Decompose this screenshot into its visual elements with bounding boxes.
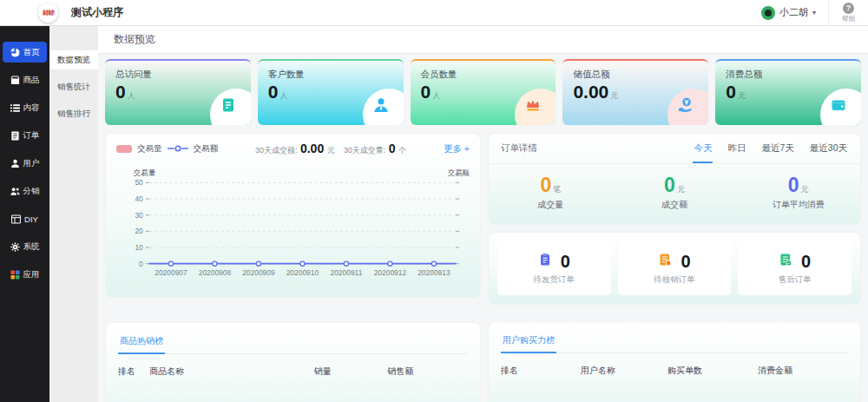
list-icon bbox=[10, 103, 20, 113]
table-header-row: 排名 商品名称 销量 销售额 bbox=[118, 366, 468, 378]
layout-icon bbox=[11, 214, 21, 224]
svg-text:0: 0 bbox=[139, 260, 143, 268]
svg-text:40: 40 bbox=[135, 194, 143, 203]
user-icon bbox=[10, 159, 20, 168]
sidebar-item-content[interactable]: 内容 bbox=[3, 97, 47, 118]
product-rank-panel: 商品热销榜 排名 商品名称 销量 销售额 bbox=[105, 322, 481, 402]
trade-summary: 30天成交额: 0.00 元 30天成交量: 0 个 bbox=[255, 142, 406, 156]
legend-amount-line-icon bbox=[168, 144, 188, 154]
tab-user-rank[interactable]: 用户购买力榜 bbox=[501, 333, 556, 353]
legend-volume-swatch bbox=[116, 145, 132, 153]
page-title: 数据预览 bbox=[114, 32, 155, 47]
stat-cards-row: 总访问量 0人 客户数量 0人 会员数量 0人 储值总额 0.00元 bbox=[105, 59, 861, 125]
svg-text:20200913: 20200913 bbox=[418, 268, 450, 277]
pie-chart-icon bbox=[10, 48, 20, 57]
order-detail-panel: 订单详情 今天 昨日 最近7天 最近30天 0笔 成交量 bbox=[488, 133, 861, 225]
svg-text:20200909: 20200909 bbox=[242, 268, 275, 277]
secondary-sidebar: 数据预览 销售统计 销售排行 bbox=[49, 26, 98, 402]
stat-card-members: 会员数量 0人 bbox=[411, 59, 556, 125]
svg-text:30: 30 bbox=[135, 211, 143, 220]
svg-text:20200907: 20200907 bbox=[155, 268, 187, 277]
subnav-sales-rank[interactable]: 销售排行 bbox=[49, 104, 98, 123]
svg-text:交易量: 交易量 bbox=[134, 168, 156, 177]
svg-text:20200908: 20200908 bbox=[199, 268, 232, 277]
order-status-panel: 0 待发货订单 0 待核销订单 bbox=[488, 232, 861, 305]
svg-text:10: 10 bbox=[135, 243, 143, 252]
stat-card-consumption: 消费总额 0元 bbox=[715, 59, 861, 125]
pending-shipment-card[interactable]: 0 待发货订单 bbox=[497, 241, 611, 295]
tab-last30days[interactable]: 最近30天 bbox=[809, 134, 848, 163]
sidebar-item-home[interactable]: 首页 bbox=[3, 42, 47, 63]
order-detail-title: 订单详情 bbox=[501, 134, 537, 163]
page-header: 数据预览 bbox=[98, 26, 868, 54]
avatar bbox=[761, 6, 775, 20]
stat-card-customers: 客户数量 0人 bbox=[258, 59, 404, 125]
sidebar-item-system[interactable]: 系统 bbox=[3, 236, 47, 257]
app-logo-text: 材材! bbox=[43, 9, 54, 17]
svg-text:交易额: 交易额 bbox=[448, 168, 470, 177]
stat-deal-amount: 0元 成交额 bbox=[613, 175, 737, 211]
subnav-sales-stats[interactable]: 销售统计 bbox=[49, 77, 98, 96]
sidebar-item-users[interactable]: 用户 bbox=[3, 153, 47, 174]
trade-chart-panel: 交易量 交易额 30天成交额: 0.00 元 30天成交量: 0 个 更多 + bbox=[105, 133, 481, 298]
after-sale-card[interactable]: 0 售后订单 bbox=[738, 241, 852, 295]
svg-text:20200912: 20200912 bbox=[374, 268, 407, 277]
help-button[interactable]: ? 帮助 bbox=[828, 0, 868, 25]
tab-today[interactable]: 今天 bbox=[693, 134, 713, 163]
sidebar-item-orders[interactable]: 订单 bbox=[3, 125, 47, 146]
svg-text:50: 50 bbox=[135, 178, 143, 187]
table-header-row: 排名 用户名称 购买单数 消费金额 bbox=[501, 365, 848, 377]
sidebar-item-diy[interactable]: DIY bbox=[3, 208, 47, 229]
document-alert-icon bbox=[658, 253, 672, 270]
chevron-down-icon: ▾ bbox=[812, 9, 816, 16]
sidebar-item-goods[interactable]: 商品 bbox=[3, 69, 47, 90]
box-icon bbox=[10, 76, 20, 85]
people-icon bbox=[10, 187, 20, 196]
chart-legend: 交易量 交易额 bbox=[116, 143, 218, 155]
trade-chart: 0102030405020200907202009082020090920200… bbox=[116, 168, 471, 285]
stat-deal-count: 0笔 成交量 bbox=[489, 175, 613, 211]
svg-text:20200910: 20200910 bbox=[286, 268, 319, 277]
document-icon bbox=[10, 131, 20, 141]
subnav-data-preview[interactable]: 数据预览 bbox=[49, 50, 98, 69]
sidebar-item-apps[interactable]: 应用 bbox=[3, 264, 47, 285]
user-rank-panel: 用户购买力榜 排名 用户名称 购买单数 消费金额 bbox=[488, 321, 861, 402]
apps-grid-icon bbox=[10, 270, 20, 280]
primary-sidebar: 首页 商品 内容 订单 用户 分销 DIY 系统 bbox=[0, 26, 49, 402]
question-icon: ? bbox=[843, 3, 854, 14]
topbar: 材材! 测试小程序 小二胡 ▾ ? 帮助 bbox=[0, 0, 868, 26]
sidebar-item-distribution[interactable]: 分销 bbox=[3, 181, 47, 201]
tab-product-rank[interactable]: 商品热销榜 bbox=[118, 333, 165, 354]
document-check-icon bbox=[779, 253, 792, 270]
tab-last7days[interactable]: 最近7天 bbox=[760, 134, 794, 163]
clipboard-icon bbox=[538, 253, 552, 270]
stat-card-total-visits: 总访问量 0人 bbox=[105, 59, 251, 125]
pending-verification-card[interactable]: 0 待核销订单 bbox=[618, 241, 732, 295]
svg-text:20: 20 bbox=[135, 227, 143, 235]
user-name: 小二胡 bbox=[779, 6, 808, 19]
user-menu[interactable]: 小二胡 ▾ bbox=[749, 0, 828, 25]
app-title: 测试小程序 bbox=[71, 5, 123, 20]
gear-icon bbox=[10, 242, 20, 252]
stat-card-stored-value: 储值总额 0.00元 bbox=[562, 59, 708, 125]
app-logo: 材材! bbox=[38, 3, 58, 23]
stat-avg-consumption: 0元 订单平均消费 bbox=[736, 175, 860, 211]
tab-yesterday[interactable]: 昨日 bbox=[727, 134, 746, 163]
more-link[interactable]: 更多 + bbox=[444, 143, 470, 155]
svg-text:20200911: 20200911 bbox=[330, 268, 362, 277]
